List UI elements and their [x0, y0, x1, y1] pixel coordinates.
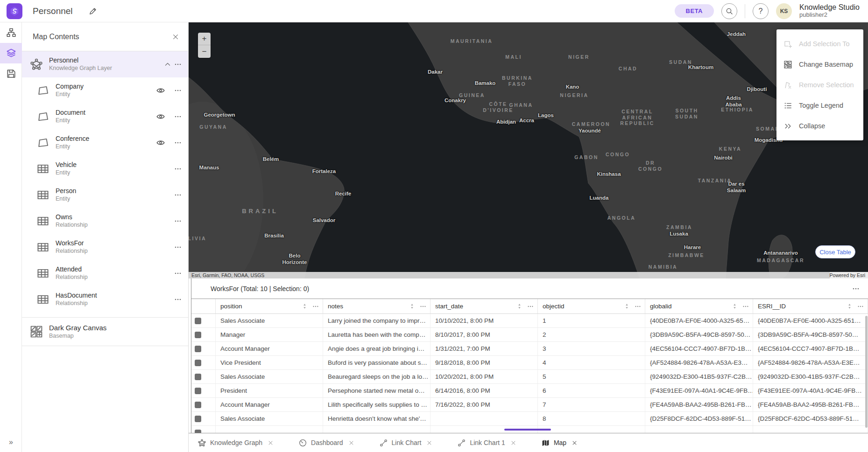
- layer-row-person[interactable]: PersonEntity: [22, 182, 188, 208]
- row-checkbox[interactable]: [195, 346, 201, 352]
- tab-close-icon[interactable]: [349, 440, 358, 445]
- layer-row-worksfor[interactable]: WorksForRelationship: [22, 234, 188, 260]
- tab-map[interactable]: Map: [542, 439, 581, 447]
- layer-options-dots-icon[interactable]: [174, 139, 182, 146]
- visibility-eye-icon[interactable]: [156, 112, 165, 121]
- row-checkbox[interactable]: [195, 402, 201, 408]
- row-checkbox[interactable]: [195, 374, 201, 380]
- column-options-dots-icon[interactable]: [527, 303, 534, 310]
- app-logo-icon[interactable]: [7, 3, 22, 19]
- main-stage: JeddahKhartoumDakarBamakoKanoConakryGeor…: [189, 22, 868, 452]
- column-header-esri__id[interactable]: ESRI__ID: [753, 299, 868, 313]
- row-checkbox[interactable]: [195, 430, 201, 433]
- map-canvas[interactable]: JeddahKhartoumDakarBamakoKanoConakryGeor…: [189, 22, 868, 278]
- table-row[interactable]: ManagerLauretta has been with the comp…8…: [191, 328, 868, 342]
- column-options-dots-icon[interactable]: [312, 303, 319, 310]
- layer-options-dots-icon[interactable]: [174, 243, 182, 251]
- table-horizontal-scroll-thumb[interactable]: [504, 429, 551, 431]
- row-checkbox[interactable]: [195, 318, 201, 324]
- layer-row-personnel[interactable]: PersonnelKnowledge Graph Layer: [22, 51, 188, 77]
- layer-options-dots-icon[interactable]: [174, 191, 182, 199]
- layer-options-dots-icon[interactable]: [174, 87, 182, 94]
- column-header-start_date[interactable]: start_date: [430, 299, 538, 313]
- expand-rail-icon[interactable]: »: [0, 435, 22, 449]
- layer-row-document[interactable]: DocumentEntity: [22, 104, 188, 130]
- search-icon[interactable]: [721, 3, 737, 19]
- visibility-eye-icon[interactable]: [156, 86, 165, 95]
- table-row[interactable]: Sales AssociateBeauregard sleeps on the …: [191, 370, 868, 384]
- column-options-dots-icon[interactable]: [635, 303, 641, 310]
- basemap-row[interactable]: Dark Gray Canvas Basemap: [22, 317, 188, 346]
- cell-esri_id: {AF524884-9826-478A-A53A-E3E…: [753, 356, 868, 369]
- layer-options-dots-icon[interactable]: [174, 165, 182, 173]
- table-row[interactable]: Sales AssociateLarry joined the company …: [191, 314, 868, 328]
- layer-row-vehicle[interactable]: VehicleEntity: [22, 156, 188, 182]
- sort-arrows-icon[interactable]: [624, 303, 630, 309]
- menu-item-collapse[interactable]: Collapse: [776, 116, 863, 136]
- tab-close-icon[interactable]: [572, 440, 581, 445]
- tab-link-chart-1[interactable]: Link Chart 1: [458, 439, 520, 447]
- column-header-position[interactable]: position: [216, 299, 323, 313]
- table-vertical-scrollbar[interactable]: [865, 316, 868, 428]
- visibility-eye-icon[interactable]: [156, 139, 165, 147]
- rail-item-layers[interactable]: [0, 43, 22, 63]
- edit-title-pencil-icon[interactable]: [89, 7, 97, 15]
- layer-options-dots-icon[interactable]: [174, 113, 182, 120]
- column-options-dots-icon[interactable]: [857, 303, 864, 310]
- sort-arrows-icon[interactable]: [732, 303, 738, 309]
- close-table-button[interactable]: Close Table: [815, 245, 855, 258]
- layer-row-company[interactable]: CompanyEntity: [22, 77, 188, 104]
- row-checkbox-cell: [191, 384, 216, 397]
- sort-arrows-icon[interactable]: [302, 303, 308, 309]
- row-checkbox[interactable]: [195, 360, 201, 366]
- table-options-dots-icon[interactable]: [852, 285, 860, 292]
- layer-row-conference[interactable]: ConferenceEntity: [22, 130, 188, 156]
- tab-link-chart[interactable]: Link Chart: [380, 439, 437, 447]
- mapic-tab-icon: [542, 439, 554, 447]
- column-options-dots-icon[interactable]: [742, 303, 749, 310]
- tab-dashboard[interactable]: Dashboard: [299, 439, 358, 447]
- layer-sublabel: Relationship: [56, 222, 171, 229]
- table-row[interactable]: Sales AssociateHenrietta doesn't know wh…: [191, 412, 868, 426]
- column-header-globalid[interactable]: globalid: [645, 299, 753, 313]
- table-row[interactable]: Vice PresidentBuford is very passionate …: [191, 356, 868, 370]
- table-row[interactable]: PresidentPersephone started new metal o……: [191, 384, 868, 398]
- panel-close-icon[interactable]: [172, 34, 179, 40]
- tab-close-icon[interactable]: [268, 440, 277, 445]
- panel-title: Map Contents: [33, 33, 79, 41]
- row-checkbox[interactable]: [195, 416, 201, 422]
- row-checkbox[interactable]: [195, 388, 201, 394]
- layer-row-hasdocument[interactable]: HasDocumentRelationship: [22, 286, 188, 313]
- sort-arrows-icon[interactable]: [409, 303, 415, 309]
- column-header-notes[interactable]: notes: [323, 299, 430, 313]
- layer-options-dots-icon[interactable]: [174, 296, 182, 303]
- layer-row-attended[interactable]: AttendedRelationship: [22, 260, 188, 286]
- sort-arrows-icon[interactable]: [516, 303, 522, 309]
- sort-arrows-icon[interactable]: [847, 303, 853, 309]
- menu-item-toggle-legend[interactable]: Toggle Legend: [776, 95, 863, 116]
- table-row[interactable]: Account ManagerLilith specifically sells…: [191, 398, 868, 412]
- cell-esri_id: [753, 426, 868, 433]
- tab-knowledge-graph[interactable]: Knowledge Graph: [198, 439, 277, 447]
- zoom-in-button[interactable]: +: [198, 33, 211, 45]
- rail-item-hierarchy[interactable]: [0, 22, 22, 43]
- zoom-out-button[interactable]: −: [198, 45, 211, 58]
- tab-close-icon[interactable]: [427, 440, 436, 445]
- help-icon[interactable]: ?: [753, 3, 769, 19]
- column-header-objectid[interactable]: objectid: [538, 299, 645, 313]
- table-row[interactable]: Account ManagerAngie does a great job br…: [191, 342, 868, 356]
- collapse-icon: [784, 122, 792, 130]
- tab-close-icon[interactable]: [511, 440, 520, 445]
- user-avatar[interactable]: KS: [776, 3, 792, 19]
- layer-sublabel: Entity: [56, 195, 171, 203]
- cell-position: Account Manager: [216, 398, 323, 411]
- menu-item-change-basemap[interactable]: Change Basemap: [776, 54, 863, 75]
- layer-options-dots-icon[interactable]: [174, 217, 182, 225]
- rail-item-save[interactable]: [0, 63, 22, 84]
- row-checkbox[interactable]: [195, 332, 201, 338]
- layer-row-owns[interactable]: OwnsRelationship: [22, 208, 188, 234]
- collapse-chevron-icon[interactable]: [164, 61, 171, 68]
- layer-options-dots-icon[interactable]: [174, 270, 182, 277]
- layer-options-dots-icon[interactable]: [174, 61, 182, 68]
- column-options-dots-icon[interactable]: [420, 303, 426, 310]
